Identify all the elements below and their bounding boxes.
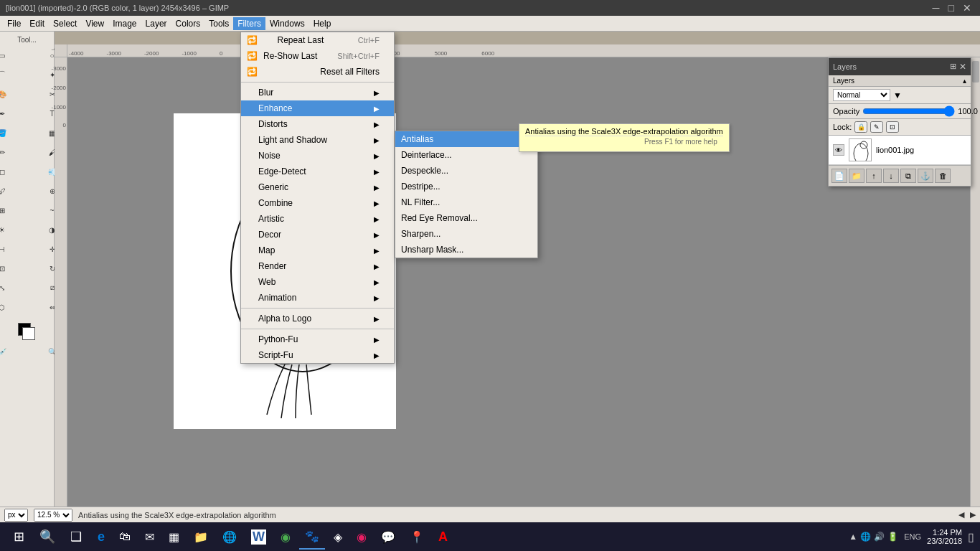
- tool-free-select[interactable]: ⌒: [0, 65, 27, 84]
- menu-file[interactable]: File: [3, 17, 25, 30]
- zoom-select[interactable]: 12.5 %: [34, 509, 72, 522]
- menu-item-combine[interactable]: Combine ▶: [241, 195, 394, 211]
- fg-bg-colors[interactable]: [15, 320, 39, 342]
- taskbar-app-chrome[interactable]: ◉: [275, 524, 296, 550]
- layers-lower-layer-btn[interactable]: ↓: [883, 169, 899, 183]
- menu-tools[interactable]: Tools: [204, 17, 233, 30]
- enhance-item-despeckle[interactable]: Despeckle...: [395, 163, 537, 179]
- close-button[interactable]: ✕: [960, 2, 974, 14]
- layer-item[interactable]: 👁 lion001.jpg: [829, 136, 971, 165]
- tool-bucket-fill[interactable]: 🪣: [0, 123, 27, 142]
- menu-item-map[interactable]: Map ▶: [241, 242, 394, 258]
- lang-indicator[interactable]: ENG: [904, 532, 921, 541]
- tool-color-picker[interactable]: 💉: [0, 342, 27, 361]
- menu-item-render[interactable]: Render ▶: [241, 258, 394, 274]
- lock-pixels-btn[interactable]: 🔒: [854, 121, 867, 133]
- menu-item-edge-detect[interactable]: Edge-Detect ▶: [241, 164, 394, 179]
- menu-item-animation[interactable]: Animation ▶: [241, 290, 394, 306]
- enhance-item-unsharp-mask[interactable]: Unsharp Mask...: [395, 242, 537, 258]
- menu-item-web[interactable]: Web ▶: [241, 274, 394, 290]
- minimize-button[interactable]: ─: [930, 2, 943, 14]
- layers-new-channel-btn[interactable]: 📄: [831, 169, 847, 183]
- menu-item-generic[interactable]: Generic ▶: [241, 179, 394, 195]
- menu-item-enhance[interactable]: Enhance ▶: [241, 100, 394, 116]
- layers-close-btn[interactable]: ✕: [959, 62, 966, 72]
- maximize-button[interactable]: □: [946, 2, 957, 14]
- layers-raise-layer-btn[interactable]: ↑: [866, 169, 882, 183]
- lock-position-btn[interactable]: ✎: [870, 121, 883, 133]
- menu-item-reset-all[interactable]: 🔁 Reset all Filters: [241, 64, 394, 80]
- enhance-item-destripe[interactable]: Destripe...: [395, 179, 537, 194]
- taskbar-app-acrobat[interactable]: A: [433, 524, 453, 550]
- menu-item-distorts[interactable]: Distorts ▶: [241, 116, 394, 132]
- taskbar-app-store[interactable]: 🛍: [113, 524, 136, 550]
- menu-image[interactable]: Image: [108, 17, 141, 30]
- time-display[interactable]: 1:24 PM 23/3/2018: [927, 528, 962, 545]
- tool-perspective[interactable]: ⬡: [0, 298, 27, 316]
- taskbar-app-ie[interactable]: 🌐: [217, 524, 242, 550]
- layers-chain-btn[interactable]: ⊞: [950, 62, 956, 72]
- taskbar-app-maps[interactable]: 📍: [404, 524, 430, 550]
- tool-dodge[interactable]: ☀: [0, 220, 27, 239]
- lock-alpha-btn[interactable]: ⊡: [886, 121, 899, 133]
- menu-item-alpha-to-logo[interactable]: Alpha to Logo ▶: [241, 311, 394, 326]
- layer-mode-select[interactable]: Normal: [833, 89, 890, 101]
- menu-windows[interactable]: Windows: [265, 17, 309, 30]
- enhance-item-sharpen[interactable]: Sharpen...: [395, 226, 537, 242]
- layers-collapse-btn[interactable]: ▴: [963, 77, 966, 85]
- menu-item-script-fu[interactable]: Script-Fu ▶: [241, 347, 394, 363]
- tool-pencil[interactable]: ✏: [0, 143, 27, 161]
- menu-view[interactable]: View: [81, 17, 108, 30]
- taskbar-app-calculator[interactable]: ▦: [163, 524, 185, 550]
- menu-item-light-shadow[interactable]: Light and Shadow ▶: [241, 132, 394, 148]
- tool-eraser[interactable]: ◻: [0, 162, 27, 181]
- opacity-slider[interactable]: [862, 106, 955, 116]
- task-view-button[interactable]: ❑: [63, 524, 89, 550]
- enhance-item-nl-filter[interactable]: NL Filter...: [395, 194, 537, 210]
- layers-duplicate-layer-btn[interactable]: ⧉: [900, 169, 916, 183]
- enhance-item-antialias[interactable]: Antialias: [395, 131, 537, 147]
- taskbar-app-app2[interactable]: ◈: [328, 524, 348, 550]
- menu-edit[interactable]: Edit: [25, 17, 49, 30]
- scrollbar-thumb-v[interactable]: [972, 61, 979, 83]
- menu-item-noise[interactable]: Noise ▶: [241, 148, 394, 164]
- tool-paths[interactable]: ✒: [0, 104, 27, 123]
- nav-next[interactable]: ▶: [970, 510, 976, 519]
- tool-crop[interactable]: ⊡: [0, 259, 27, 278]
- show-desktop-btn[interactable]: ▯: [968, 530, 974, 544]
- taskbar-app-word[interactable]: W: [245, 524, 272, 550]
- menu-item-python-fu[interactable]: Python-Fu ▶: [241, 331, 394, 347]
- scrollbar-vertical[interactable]: [970, 57, 980, 525]
- layers-delete-layer-btn[interactable]: 🗑: [935, 169, 951, 183]
- volume-icon[interactable]: 🔊: [874, 532, 885, 542]
- tool-clone[interactable]: ⊞: [0, 201, 27, 220]
- tool-select-by-color[interactable]: 🎨: [0, 85, 27, 103]
- menu-help[interactable]: Help: [309, 17, 336, 30]
- layers-new-layer-group-btn[interactable]: 📁: [849, 169, 864, 183]
- layer-visibility-toggle[interactable]: 👁: [833, 144, 844, 156]
- menu-layer[interactable]: Layer: [141, 17, 171, 30]
- menu-item-repeat-last[interactable]: 🔁 Repeat Last Ctrl+F: [241, 32, 394, 48]
- menu-item-reshow-last[interactable]: 🔁 Re-Show Last Shift+Ctrl+F: [241, 48, 394, 64]
- network-icon[interactable]: 🌐: [860, 532, 871, 542]
- taskbar-app-gimp[interactable]: 🐾: [299, 524, 325, 550]
- taskbar-app-discord[interactable]: 💬: [375, 524, 401, 550]
- taskbar-app-mail[interactable]: ✉: [139, 524, 160, 550]
- search-button[interactable]: 🔍: [34, 524, 60, 550]
- enhance-item-red-eye[interactable]: Red Eye Removal...: [395, 210, 537, 226]
- menu-item-decor[interactable]: Decor ▶: [241, 227, 394, 242]
- menu-item-blur[interactable]: Blur ▶: [241, 85, 394, 100]
- taskbar-app-edge[interactable]: e: [92, 524, 110, 550]
- tool-rect-select[interactable]: ▭: [0, 46, 27, 65]
- layers-anchor-layer-btn[interactable]: ⚓: [918, 169, 933, 183]
- menu-colors[interactable]: Colors: [171, 17, 205, 30]
- systray-chevron[interactable]: ▲: [849, 532, 857, 542]
- unit-select[interactable]: px: [4, 509, 28, 522]
- tool-scale[interactable]: ⤡: [0, 278, 27, 297]
- tool-align[interactable]: ⊣: [0, 240, 27, 258]
- menu-select[interactable]: Select: [49, 17, 81, 30]
- taskbar-app-explorer[interactable]: 📁: [188, 524, 214, 550]
- enhance-item-deinterlace[interactable]: Deinterlace...: [395, 147, 537, 163]
- tool-ink[interactable]: 🖊: [0, 182, 27, 200]
- start-button[interactable]: ⊞: [6, 524, 32, 550]
